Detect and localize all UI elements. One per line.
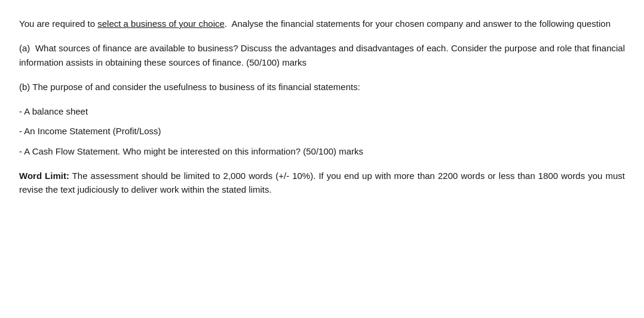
intro-paragraph: You are required to select a business of… <box>19 17 625 30</box>
intro-text-after: . Analyse the financial statements for y… <box>225 18 611 29</box>
list-item-cash-flow: - A Cash Flow Statement. Who might be in… <box>19 144 625 158</box>
list-item-income-statement: - An Income Statement (Profit/Loss) <box>19 124 625 138</box>
list-item-cash-flow-text: - A Cash Flow Statement. Who might be in… <box>19 146 363 156</box>
list-item-balance-sheet: - A balance sheet <box>19 104 625 118</box>
section-b-intro-paragraph: (b) The purpose of and consider the usef… <box>19 80 625 94</box>
intro-link-text: select a business of your choice <box>97 18 225 29</box>
section-b-intro-text: (b) The purpose of and consider the usef… <box>19 82 360 92</box>
intro-text-before: You are required to <box>19 18 97 29</box>
section-b-items: - A balance sheet - An Income Statement … <box>19 104 625 158</box>
word-limit-text: The assessment should be limited to 2,00… <box>19 171 625 194</box>
word-limit-label: Word Limit: <box>19 171 69 181</box>
word-limit-paragraph: Word Limit: The assessment should be lim… <box>19 169 625 197</box>
section-a-paragraph: (a) What sources of finance are availabl… <box>19 41 625 69</box>
document-container: You are required to select a business of… <box>19 17 625 207</box>
section-a-label: (a) What sources of finance are availabl… <box>19 43 625 67</box>
list-item-income-statement-text: - An Income Statement (Profit/Loss) <box>19 126 161 136</box>
list-item-balance-sheet-text: - A balance sheet <box>19 106 88 116</box>
